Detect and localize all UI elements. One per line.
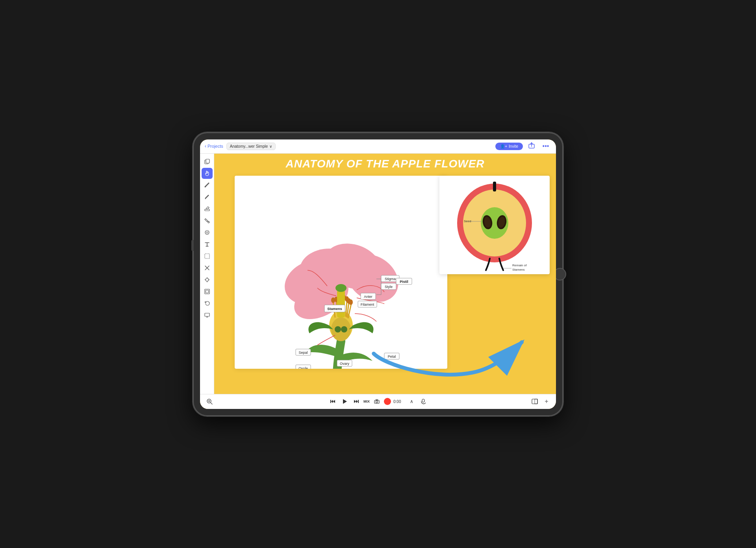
fast-forward-button[interactable] [352, 397, 361, 406]
tablet: ‹ Projects Anatomy...wer Simple ∨ 👤+ Inv… [193, 132, 563, 416]
eraser-tool-button[interactable] [202, 203, 213, 214]
add-slide-button[interactable]: + [542, 397, 551, 406]
svg-point-23 [335, 326, 341, 333]
svg-point-6 [205, 230, 209, 234]
side-button[interactable] [191, 240, 194, 251]
zoom-button[interactable] [205, 397, 214, 406]
svg-rect-8 [205, 254, 209, 258]
svg-rect-18 [205, 313, 209, 316]
svg-text:Remain of: Remain of [512, 264, 527, 267]
bottom-left-controls [205, 397, 214, 406]
pen-tool-button[interactable] [202, 180, 213, 191]
main-content-area: Anatomy of the Apple Flower [200, 154, 556, 394]
person-add-icon: 👤+ [500, 144, 507, 149]
svg-rect-3 [206, 159, 209, 163]
rewind-button[interactable] [328, 397, 337, 406]
fill-tool-button[interactable] [202, 215, 213, 226]
shape-tool-button[interactable] [202, 227, 213, 238]
svg-text:Style: Style [385, 285, 393, 289]
share-icon [528, 142, 535, 150]
share-button[interactable] [526, 141, 537, 152]
bottom-right-controls: + [530, 397, 551, 406]
window-button[interactable] [530, 397, 539, 406]
svg-point-7 [206, 232, 208, 233]
flower-diagram: Stamens Anter Filament Stigma [235, 176, 447, 369]
microphone-button[interactable] [419, 397, 428, 406]
svg-rect-88 [330, 400, 331, 403]
svg-text:Petal: Petal [388, 355, 396, 359]
tablet-screen: ‹ Projects Anatomy...wer Simple ∨ 👤+ Inv… [200, 139, 556, 409]
text-tool-button[interactable] [202, 239, 213, 250]
svg-marker-91 [356, 400, 358, 403]
left-toolbar [200, 154, 214, 394]
select-tool-button[interactable] [202, 251, 213, 262]
svg-rect-17 [206, 290, 208, 293]
svg-rect-46 [337, 290, 345, 318]
screen-tool-button[interactable] [202, 310, 213, 321]
bottom-bar: MIX 0:00 ∧ [200, 394, 556, 409]
svg-point-45 [349, 299, 353, 305]
frame-tool-button[interactable] [202, 286, 213, 297]
time-display: 0:00 [393, 399, 404, 404]
dropdown-chevron-icon: ∨ [269, 144, 272, 149]
camera-button[interactable] [372, 397, 382, 406]
svg-rect-95 [422, 399, 424, 402]
page-title: Anatomy of the Apple Flower [234, 158, 536, 170]
more-options-button[interactable]: ••• [540, 141, 551, 152]
undo-button[interactable] [202, 298, 213, 309]
chevron-left-icon: ‹ [205, 143, 206, 149]
play-button[interactable] [340, 397, 349, 406]
copy-tool-button[interactable] [202, 156, 213, 167]
svg-point-24 [341, 326, 347, 333]
svg-text:Pistil: Pistil [400, 280, 408, 284]
record-button[interactable] [384, 398, 391, 405]
nav-right-controls: 👤+ Invite ••• [495, 141, 551, 152]
invite-button[interactable]: 👤+ Invite [495, 143, 523, 150]
svg-text:Anter: Anter [364, 295, 372, 299]
svg-text:Ovary: Ovary [340, 362, 350, 366]
svg-text:Seed: Seed [464, 219, 471, 223]
apple-slide[interactable]: Seed Remain of Stamens [439, 176, 550, 274]
svg-marker-86 [333, 400, 335, 403]
svg-text:Filament: Filament [361, 303, 374, 307]
svg-marker-90 [354, 400, 356, 403]
document-title-dropdown[interactable]: Anatomy...wer Simple ∨ [226, 143, 276, 150]
svg-text:Stigma: Stigma [385, 277, 396, 281]
svg-rect-98 [535, 399, 537, 404]
svg-rect-16 [205, 289, 209, 294]
close-tool-button[interactable] [202, 262, 213, 273]
svg-text:Stamens: Stamens [327, 307, 342, 311]
svg-rect-92 [358, 400, 359, 403]
back-navigation[interactable]: ‹ Projects [205, 143, 223, 149]
nav-bar: ‹ Projects Anatomy...wer Simple ∨ 👤+ Inv… [200, 139, 556, 154]
bottom-center-controls: MIX 0:00 ∧ [328, 397, 428, 406]
canvas-area[interactable]: Anatomy of the Apple Flower [214, 154, 556, 394]
document-title-label: Anatomy...wer Simple [230, 144, 268, 149]
apple-diagram: Seed Remain of Stamens [439, 176, 550, 274]
svg-line-83 [211, 403, 212, 404]
pencil-tool-button[interactable] [202, 191, 213, 202]
hand-tool-button[interactable] [202, 168, 213, 179]
expand-button[interactable]: ∧ [407, 397, 416, 406]
more-icon: ••• [543, 143, 549, 150]
svg-point-47 [335, 284, 346, 292]
mix-button[interactable]: MIX [363, 399, 370, 403]
svg-text:Ovule: Ovule [298, 366, 308, 369]
projects-link[interactable]: Projects [208, 144, 223, 149]
svg-text:Stamens: Stamens [512, 268, 525, 271]
svg-point-94 [376, 401, 378, 403]
svg-marker-89 [343, 399, 347, 404]
crosshair-tool-button[interactable] [202, 274, 213, 285]
svg-rect-75 [493, 182, 496, 191]
svg-marker-87 [331, 400, 333, 403]
flower-slide[interactable]: Stamens Anter Filament Stigma [235, 176, 447, 369]
svg-point-5 [208, 221, 209, 223]
svg-text:Sepal: Sepal [298, 351, 308, 355]
